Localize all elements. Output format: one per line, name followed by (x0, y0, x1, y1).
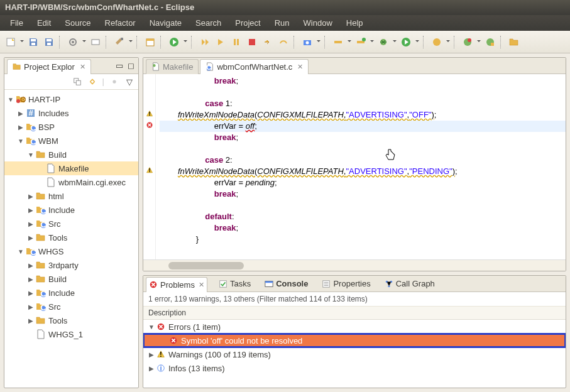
debug-button[interactable] (376, 35, 390, 49)
skip-button[interactable] (198, 35, 212, 49)
new-button[interactable] (4, 35, 18, 49)
focus-icon[interactable] (109, 77, 119, 87)
expand-twisty[interactable]: ▼ (7, 96, 14, 103)
tree-node[interactable]: ▶3rdparty (4, 258, 138, 272)
expand-twisty[interactable]: ▶ (27, 262, 35, 269)
tab-call-graph[interactable]: Call Graph (382, 278, 437, 290)
project-tree[interactable]: ▼HART-IP▶Includes▶BSP▼WBM▼BuildMakefilew… (4, 90, 138, 388)
problem-row[interactable]: ▼Errors (1 item) (143, 320, 566, 334)
expand-twisty[interactable]: ▶ (27, 207, 35, 214)
target-button[interactable] (89, 35, 102, 49)
suspend-button[interactable] (229, 35, 243, 49)
expand-twisty[interactable]: ▶ (27, 303, 35, 310)
code-area[interactable]: break; case 1: fnWriteXmlNodeData(CONFIG… (156, 74, 566, 259)
ext-dropdown[interactable] (446, 35, 451, 49)
expand-twisty[interactable]: ▶ (27, 290, 35, 297)
tree-node[interactable]: ▶BSP (4, 120, 138, 134)
run2-dropdown[interactable] (415, 35, 420, 49)
tree-node[interactable]: ▶Build (4, 272, 138, 286)
problem-row[interactable]: ▶Warnings (100 of 119 items) (143, 347, 566, 361)
collapse-all-icon[interactable] (72, 77, 82, 87)
tree-node[interactable]: ▶Include (4, 203, 138, 217)
ext-button[interactable] (430, 35, 444, 49)
menu-file[interactable]: File (4, 16, 30, 30)
tree-node[interactable]: ▼WHGS (4, 244, 138, 258)
tree-node[interactable]: wbmMain.cgi.exec (4, 175, 138, 189)
connect-button[interactable] (331, 35, 345, 49)
step-button[interactable] (261, 35, 275, 49)
run2-button[interactable] (399, 35, 413, 49)
globe-button[interactable] (461, 35, 474, 49)
problem-row[interactable]: ▶Infos (13 items) (143, 361, 566, 375)
tab-wbmconfwhartnet[interactable]: wbmConfWhartNet.c ✕ (200, 59, 309, 74)
expand-twisty[interactable]: ▼ (147, 324, 156, 330)
tab-problems[interactable]: Problems ✕ (146, 277, 207, 292)
problems-column-header[interactable]: Description (143, 307, 566, 320)
warning-marker[interactable] (143, 165, 155, 176)
profile-dropdown[interactable] (370, 35, 375, 49)
step-over-button[interactable] (277, 35, 290, 49)
expand-twisty[interactable]: ▶ (27, 276, 35, 283)
tab-console[interactable]: Console (262, 278, 310, 290)
profile-button[interactable] (354, 35, 368, 49)
camera-button[interactable] (300, 35, 314, 49)
folder-button[interactable] (507, 35, 521, 49)
menu-search[interactable]: Search (189, 16, 227, 30)
tree-node[interactable]: ▶html (4, 189, 138, 203)
run-button[interactable] (167, 35, 181, 49)
menu-window[interactable]: Window (297, 16, 339, 30)
editor-horizontal-scrollbar[interactable] (143, 259, 566, 271)
expand-twisty[interactable]: ▶ (147, 351, 156, 358)
tree-node[interactable]: ▼HART-IP (4, 92, 138, 106)
maximize-icon[interactable]: ◻ (126, 61, 136, 71)
expand-twisty[interactable]: ▶ (147, 365, 156, 372)
error-marker[interactable] (143, 119, 155, 131)
camera-dropdown[interactable] (316, 35, 321, 49)
warning-marker[interactable] (143, 108, 155, 119)
tree-node[interactable]: Makefile (4, 161, 138, 175)
menu-refactor[interactable]: Refactor (99, 16, 142, 30)
calendar-button[interactable] (143, 35, 157, 49)
tree-node[interactable]: ▶Tools (4, 231, 138, 244)
build-button[interactable] (112, 35, 126, 49)
minimize-icon[interactable]: ▭ (114, 61, 124, 71)
tab-makefile[interactable]: Makefile (146, 59, 199, 74)
tree-node[interactable]: ▶Src (4, 300, 138, 313)
menu-help[interactable]: Help (340, 16, 370, 30)
build-dropdown[interactable] (128, 35, 133, 49)
problem-row[interactable]: Symbol 'off' could not be resolved (143, 334, 566, 347)
tab-tasks[interactable]: Tasks (216, 278, 253, 290)
config-button[interactable] (66, 35, 80, 49)
connect-dropdown[interactable] (347, 35, 352, 49)
expand-twisty[interactable]: ▼ (17, 248, 25, 255)
menu-project[interactable]: Project (229, 16, 266, 30)
globe-dropdown[interactable] (476, 35, 481, 49)
tree-node[interactable]: ▼Build (4, 148, 138, 161)
menu-navigate[interactable]: Navigate (143, 16, 188, 30)
config-dropdown[interactable] (82, 35, 87, 49)
menu-run[interactable]: Run (268, 16, 296, 30)
expand-twisty[interactable]: ▶ (17, 124, 25, 131)
run-dropdown[interactable] (183, 35, 188, 49)
tree-node[interactable]: ▶Src (4, 217, 138, 231)
expand-twisty[interactable]: ▶ (27, 220, 35, 227)
project-explorer-tab[interactable]: Project Explor ✕ (7, 59, 91, 74)
close-icon[interactable]: ✕ (80, 63, 85, 71)
debug-dropdown[interactable] (392, 35, 397, 49)
tree-node[interactable]: ▶Tools (4, 313, 138, 327)
expand-twisty[interactable]: ▼ (27, 151, 35, 158)
expand-twisty[interactable]: ▶ (27, 317, 35, 324)
expand-twisty[interactable]: ▼ (17, 138, 25, 144)
close-icon[interactable]: ✕ (297, 63, 303, 71)
globe2-button[interactable] (483, 35, 497, 49)
editor-ruler[interactable] (143, 74, 156, 259)
terminate-button[interactable] (245, 35, 259, 49)
expand-twisty[interactable]: ▶ (17, 110, 25, 117)
tree-node[interactable]: ▶Includes (4, 106, 138, 120)
view-menu-icon[interactable]: ▽ (124, 77, 134, 87)
save-button[interactable] (26, 35, 40, 49)
expand-twisty[interactable]: ▶ (27, 234, 35, 241)
save-all-button[interactable] (42, 35, 56, 49)
tab-properties[interactable]: Properties (319, 278, 373, 290)
new-dropdown[interactable] (19, 35, 25, 49)
